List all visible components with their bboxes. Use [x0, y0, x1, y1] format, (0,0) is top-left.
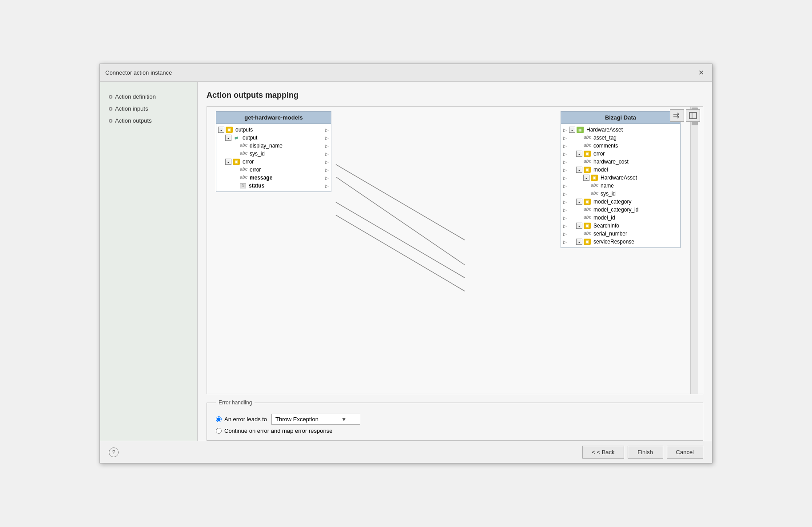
tree-item: ▷ - abc model_category_id [561, 206, 680, 214]
radio-label-1[interactable]: An error leads to [216, 416, 267, 423]
folder-icon: ▣ [226, 127, 233, 133]
folder-icon: ▣ [584, 199, 591, 205]
dialog-title: Connector action instance [105, 69, 172, 76]
expander-icon[interactable]: - [225, 135, 231, 141]
expander-icon[interactable]: - [576, 167, 582, 173]
port-arrow-left: ▷ [563, 232, 567, 236]
port-arrow-left: ▷ [563, 176, 567, 180]
folder-icon: ▣ [584, 223, 591, 229]
radio-error-leads-to[interactable] [216, 416, 222, 422]
port-arrow: ▷ [325, 160, 329, 164]
bullet-icon [109, 119, 112, 123]
tree-label: serviceResponse [593, 239, 634, 245]
back-button[interactable]: < < Back [582, 446, 624, 459]
abc-icon: abc [584, 159, 591, 165]
sidebar-label-action-inputs: Action inputs [115, 105, 148, 112]
abc-icon: abc [584, 231, 591, 237]
mapping-area: get-hardware-models - ▣ outputs ▷ [207, 106, 703, 394]
tree-label: error [593, 151, 605, 157]
left-tree-panel: get-hardware-models - ▣ outputs ▷ [216, 111, 331, 192]
port-arrow-left: ▷ [563, 216, 567, 220]
sidebar-item-action-inputs[interactable]: Action inputs [107, 103, 190, 115]
tree-item: - ▣ outputs ▷ [216, 126, 331, 134]
radio-continue-on-error[interactable] [216, 428, 222, 434]
tree-item: ▷ - ▣ serviceResponse [561, 238, 680, 246]
port-arrow: ▷ [325, 144, 329, 148]
tree-item: - abc error ▷ [216, 166, 331, 174]
port-arrow: ▷ [325, 168, 329, 172]
throw-exception-dropdown[interactable]: Throw Exception ▼ [271, 414, 360, 425]
port-arrow-left: ▷ [563, 200, 567, 204]
folder-icon: ▣ [233, 159, 240, 165]
expander-icon[interactable]: - [225, 159, 231, 165]
num-icon: 1 [240, 183, 246, 188]
right-panel: Bizagi Data ▷ - ▦ HardwareAsset [561, 111, 681, 248]
abc-icon: abc [591, 191, 598, 197]
port-arrow-left: ▷ [563, 144, 567, 148]
svg-line-6 [336, 202, 465, 278]
tree-label: model_category [593, 199, 631, 205]
sidebar-item-action-outputs[interactable]: Action outputs [107, 115, 190, 127]
cancel-button[interactable]: Cancel [667, 446, 703, 459]
close-button[interactable]: ✕ [696, 68, 707, 78]
expander-icon[interactable]: - [583, 175, 589, 181]
port-arrow: ▷ [325, 176, 329, 180]
folder-icon: ▣ [584, 151, 591, 157]
sidebar-item-action-definition[interactable]: Action definition [107, 91, 190, 103]
right-tree-body: ▷ - ▦ HardwareAsset ▷ - [561, 124, 680, 248]
abc-icon: abc [584, 207, 591, 213]
port-arrow-left: ▷ [563, 224, 567, 228]
finish-button[interactable]: Finish [628, 446, 663, 459]
port-arrow-left: ▷ [563, 152, 567, 156]
title-bar: Connector action instance ✕ [100, 64, 712, 82]
tree-label: SearchInfo [593, 223, 619, 229]
tree-label: output [243, 135, 257, 141]
expander-icon[interactable]: - [569, 127, 575, 133]
tree-item: ▷ - ▣ model [561, 166, 680, 174]
left-panel-header: get-hardware-models [216, 112, 331, 124]
tree-label: sys_id [601, 191, 616, 197]
radio-label-2[interactable]: Continue on error and map error response [216, 427, 333, 434]
expander-icon[interactable]: - [576, 199, 582, 205]
tree-label: model_id [593, 215, 615, 221]
tree-label: error [243, 159, 254, 165]
abc-icon: abc [584, 143, 591, 149]
tree-label: serial_number [593, 231, 627, 237]
mapping-toolbar-btn1[interactable] [670, 109, 684, 122]
sidebar: Action definition Action inputs Action o… [100, 82, 198, 441]
expander-icon[interactable]: - [576, 223, 582, 229]
tree-label: HardwareAsset [601, 175, 637, 181]
port-arrow-left: ▷ [563, 240, 567, 244]
abc-icon: abc [584, 135, 591, 141]
svg-line-5 [336, 177, 465, 265]
help-button[interactable]: ? [109, 447, 119, 457]
vertical-scrollbar[interactable] [690, 107, 698, 394]
expander-icon[interactable]: - [576, 239, 582, 245]
expander-icon[interactable]: - [576, 151, 582, 157]
tree-item: - 1 status ▷ [216, 182, 331, 190]
tree-item: ▷ - ▣ SearchInfo [561, 222, 680, 230]
abc-icon: abc [591, 183, 598, 189]
radio-label-2-text: Continue on error and map error response [224, 427, 333, 434]
tree-item: - abc sys_id ▷ [216, 150, 331, 158]
error-row-2: Continue on error and map error response [216, 427, 694, 434]
svg-rect-2 [689, 112, 697, 119]
footer-left: ? [109, 447, 119, 457]
tree-label: comments [593, 143, 618, 149]
port-arrow-left: ▷ [563, 168, 567, 172]
mapping-toolbar-btn2[interactable] [686, 109, 700, 122]
port-arrow: ▷ [325, 152, 329, 156]
bullet-icon [109, 107, 112, 111]
abc-icon: abc [240, 167, 247, 173]
tree-item: ▷ - ▣ model_category [561, 198, 680, 206]
folder-icon: ▣ [584, 167, 591, 173]
expander-icon[interactable]: - [218, 127, 224, 133]
tree-label: asset_tag [593, 135, 617, 141]
error-row-1: An error leads to Throw Exception ▼ [216, 414, 694, 425]
port-arrow-left: ▷ [563, 208, 567, 212]
port-arrow-left: ▷ [563, 136, 567, 140]
tree-item: - ▣ error ▷ [216, 158, 331, 166]
abc-icon: abc [240, 151, 247, 157]
tree-label: message [250, 175, 272, 181]
tree-item: - abc message ▷ [216, 174, 331, 182]
